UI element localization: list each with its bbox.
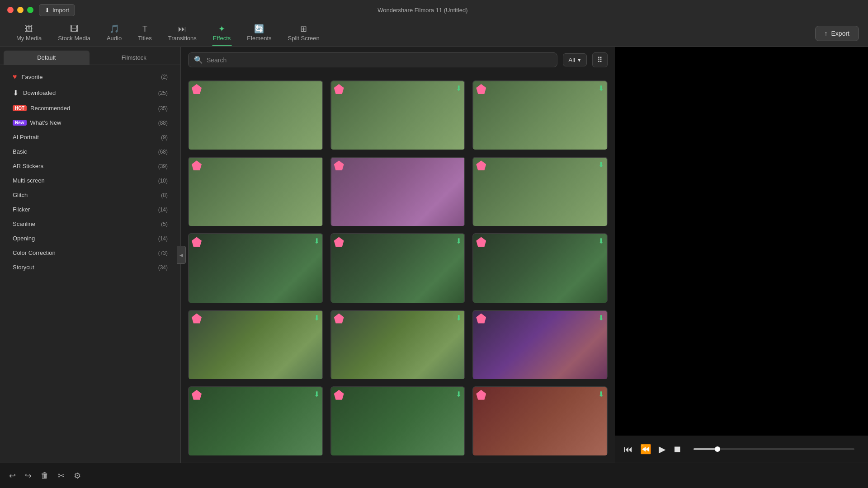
sidebar-item-flicker[interactable]: Flicker (14) (4, 202, 177, 216)
tab-default[interactable]: Default (4, 51, 90, 65)
sidebar-item-audio[interactable]: 🎵 Audio (99, 21, 129, 45)
effect-card-7[interactable]: ⬇ VHS And...2 Overlay 01 (188, 233, 323, 302)
nav-label-titles: Titles (138, 35, 152, 42)
undo-button[interactable]: ↩ (9, 471, 16, 481)
effect-card-13[interactable]: ⬇ (188, 386, 323, 455)
sidebar-item-titles[interactable]: T Titles (131, 21, 159, 45)
sidebar-item-multi-screen[interactable]: Multi-screen (10) (4, 174, 177, 188)
titlebar: ⬇ Import Wondershare Filmora 11 (Untitle… (0, 0, 868, 20)
filter-button[interactable]: All ▾ (563, 53, 587, 66)
sidebar-item-favorite[interactable]: ♥ Favorite (2) (4, 69, 177, 84)
sidebar-item-downloaded[interactable]: ⬇ Downloaded (25) (4, 85, 177, 101)
export-icon: ↑ (825, 30, 828, 37)
sidebar-item-stock-media[interactable]: 🎞 Stock Media (51, 21, 98, 45)
sidebar-item-effects[interactable]: ✦ Effects (206, 21, 238, 45)
step-back-button[interactable]: ⏪ (640, 444, 651, 455)
preview-area (615, 47, 868, 436)
sidebar-list: ♥ Favorite (2) ⬇ Downloaded (25) HOT Rec… (0, 65, 180, 463)
filter-label: All (569, 56, 575, 63)
sidebar-item-storycut[interactable]: Storycut (34) (4, 260, 177, 274)
effect-card-14[interactable]: ⬇ (330, 386, 466, 455)
panel-collapse-button[interactable]: ◀ (177, 246, 186, 264)
effect-thumb-2: ⬇ (330, 80, 466, 150)
play-button[interactable]: ▶ (659, 444, 665, 455)
sidebar-item-opening[interactable]: Opening (14) (4, 231, 177, 245)
premium-icon (334, 237, 344, 247)
import-label: Import (52, 7, 69, 14)
sidebar-item-basic[interactable]: Basic (68) (4, 145, 177, 159)
delete-button[interactable]: 🗑 (41, 471, 49, 480)
export-button[interactable]: ↑ Export (815, 26, 859, 41)
minimize-button[interactable] (17, 7, 24, 13)
stop-button[interactable]: ⏹ (673, 444, 682, 455)
settings-button[interactable]: ⚙ (74, 471, 81, 481)
sidebar-item-recommended[interactable]: HOT Recommended (35) (4, 101, 177, 115)
effect-card-4[interactable]: VHS And...1 Overlay 04 (188, 157, 323, 226)
content-panel: 🔍 All ▾ ⠿ VHS A (181, 47, 615, 463)
sidebar-count-basic: (68) (158, 149, 168, 155)
sidebar-count-whats-new: (88) (158, 120, 168, 126)
tab-filmstock[interactable]: Filmstock (91, 51, 177, 65)
nav-label-my-media: My Media (16, 35, 42, 42)
download-icon: ⬇ (598, 237, 604, 245)
progress-bar[interactable] (693, 448, 854, 450)
sidebar-label-opening: Opening (13, 235, 158, 242)
stock-media-icon: 🎞 (70, 25, 78, 33)
sidebar-count-color-correction: (73) (158, 250, 168, 256)
effect-thumb-12: ⬇ (472, 310, 608, 379)
sidebar-item-my-media[interactable]: 🖼 My Media (9, 21, 49, 45)
effect-card-9[interactable]: ⬇ VHS And...Overlay 03 (472, 233, 608, 302)
download-icon: ⬇ (314, 314, 320, 322)
effect-card-11[interactable]: ⬇ VHS And...Overlay 06 (330, 310, 466, 379)
effect-card-12[interactable]: ⬇ VHS And...Overlay 05 (472, 310, 608, 379)
grid-view-button[interactable]: ⠿ (592, 52, 608, 67)
download-icon: ⬇ (598, 314, 604, 322)
search-input[interactable] (207, 56, 552, 64)
premium-icon (334, 314, 344, 324)
sidebar-item-ai-portrait[interactable]: AI Portrait (9) (4, 130, 177, 144)
effect-card-1[interactable]: VHS And...1 Overlay 01 (188, 80, 323, 150)
effect-card-3[interactable]: ⬇ VHS And...1 Overlay 03 (472, 80, 608, 150)
download-icon: ⬇ (456, 237, 462, 245)
progress-thumb (715, 446, 720, 452)
sidebar-item-ar-stickers[interactable]: AR Stickers (39) (4, 159, 177, 173)
sidebar-item-color-correction[interactable]: Color Correction (73) (4, 246, 177, 260)
tab-switcher: Default Filmstock (0, 47, 180, 65)
nav-label-transitions: Transitions (168, 35, 197, 42)
effect-card-5[interactable]: VHS And...1 Overlay 05 (330, 157, 466, 226)
sidebar-label-ai-portrait: AI Portrait (13, 134, 161, 141)
effect-thumb-8: ⬇ (330, 233, 466, 302)
sidebar-label-recommended: Recommended (30, 105, 158, 112)
effect-card-8[interactable]: ⬇ VHS And...Overlay 02 (330, 233, 466, 302)
sidebar-item-split-screen[interactable]: ⊞ Split Screen (281, 21, 327, 45)
import-button[interactable]: ⬇ Import (39, 4, 75, 16)
elements-icon: 🔄 (254, 25, 264, 33)
downloaded-icon: ⬇ (13, 89, 19, 97)
effect-card-6[interactable]: ⬇ VHS And...1 Overlay 06 (472, 157, 608, 226)
sidebar-item-elements[interactable]: 🔄 Elements (240, 21, 278, 45)
sidebar-count-recommended: (35) (158, 105, 168, 112)
app-title: Wondershare Filmora 11 (Untitled) (377, 7, 467, 14)
effect-card-15[interactable]: ⬇ (472, 386, 608, 455)
sidebar-item-glitch[interactable]: Glitch (8) (4, 188, 177, 202)
maximize-button[interactable] (27, 7, 33, 13)
close-button[interactable] (7, 7, 14, 13)
redo-button[interactable]: ↪ (25, 471, 32, 481)
sidebar-label-downloaded: Downloaded (23, 89, 158, 96)
sidebar-label-basic: Basic (13, 148, 158, 155)
premium-icon (476, 390, 486, 400)
rewind-button[interactable]: ⏮ (624, 444, 633, 455)
sidebar-item-scanline[interactable]: Scanline (5) (4, 217, 177, 231)
premium-icon (192, 390, 202, 400)
effect-thumb-13: ⬇ (188, 386, 323, 455)
premium-icon (192, 314, 202, 324)
split-screen-icon: ⊞ (300, 25, 307, 33)
window-controls (7, 7, 33, 13)
sidebar-item-whats-new[interactable]: New What's New (88) (4, 116, 177, 130)
sidebar-item-transitions[interactable]: ⏭ Transitions (161, 21, 204, 45)
effects-grid: VHS And...1 Overlay 01 ⬇ VHS And...1 Ove… (181, 73, 615, 463)
favorite-icon: ♥ (13, 73, 17, 81)
effect-card-10[interactable]: ⬇ VHS And...Overlay 04 (188, 310, 323, 379)
effect-card-2[interactable]: ⬇ VHS And...1 Overlay 02 (330, 80, 466, 150)
cut-button[interactable]: ✂ (58, 471, 65, 481)
